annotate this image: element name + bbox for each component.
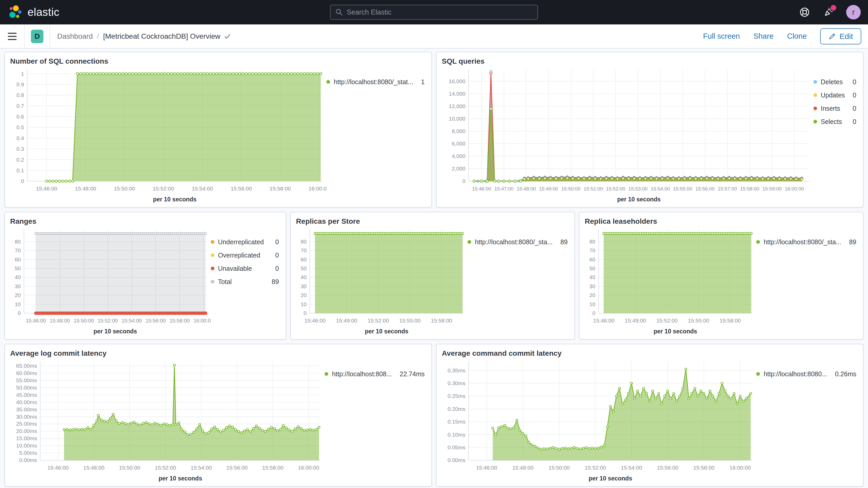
legend-value[interactable]: 89 — [849, 238, 856, 246]
legend-item[interactable]: Overreplicated — [211, 251, 264, 259]
svg-text:15:52:00: 15:52:00 — [368, 317, 389, 324]
legend-value[interactable]: 0 — [272, 265, 279, 272]
elastic-logo-icon — [8, 5, 23, 20]
chart-legend: http://localhost:808...22.74ms — [324, 358, 426, 378]
legend-value[interactable]: 89 — [272, 278, 279, 285]
chart-legend: http://localhost:8080/_stat...1 — [327, 66, 426, 86]
command-commit-latency-chart[interactable]: 0.00ms0.05ms0.10ms0.15ms0.20ms0.25ms0.30… — [442, 358, 756, 483]
sql-connections-chart[interactable]: 00.10.20.30.40.50.60.70.80.9115:46:0015:… — [10, 66, 327, 204]
panel-title[interactable]: Replica leaseholders — [585, 217, 858, 226]
share-button[interactable]: Share — [753, 32, 773, 40]
legend-value[interactable]: 1 — [421, 78, 425, 86]
dashboard-row-1: Number of SQL connections 00.10.20.30.40… — [4, 52, 864, 208]
help-icon[interactable] — [798, 6, 811, 19]
clone-button[interactable]: Clone — [787, 32, 807, 40]
legend-value[interactable]: 0 — [852, 118, 856, 125]
dashboard-actions: Full screen Share Clone Edit — [703, 28, 861, 44]
svg-text:15:53:00: 15:53:00 — [628, 186, 648, 191]
legend-value[interactable]: 22.74ms — [400, 370, 425, 378]
legend-value[interactable]: 0 — [852, 105, 856, 112]
legend-item[interactable]: http://localhost:8080/_sta... — [756, 238, 841, 246]
legend-value[interactable]: 0 — [272, 238, 279, 246]
search-icon — [335, 8, 343, 16]
svg-text:40: 40 — [301, 274, 307, 280]
svg-text:0.3: 0.3 — [17, 146, 24, 152]
panel-title[interactable]: Number of SQL connections — [10, 57, 426, 66]
breadcrumb-dashboard-link[interactable]: Dashboard — [57, 32, 93, 40]
panel-title[interactable]: Ranges — [10, 217, 280, 226]
svg-text:per 10 seconds: per 10 seconds — [94, 328, 137, 335]
legend-item[interactable]: Total — [211, 278, 264, 285]
legend-value[interactable]: 89 — [560, 238, 567, 246]
main-menu-button[interactable] — [0, 24, 25, 48]
svg-text:15:56:00: 15:56:00 — [226, 465, 248, 470]
svg-text:50: 50 — [301, 265, 307, 271]
dashboard-header-bar: D Dashboard / [Metricbeat CockroachDB] O… — [0, 24, 868, 49]
legend-item[interactable]: Inserts — [813, 105, 845, 112]
svg-text:35.00ms: 35.00ms — [16, 406, 37, 412]
svg-text:20: 20 — [301, 292, 307, 298]
legend-series-dot-icon — [211, 240, 214, 244]
user-avatar[interactable]: r — [846, 5, 861, 20]
svg-text:0.1: 0.1 — [17, 167, 24, 173]
full-screen-button[interactable]: Full screen — [703, 32, 740, 40]
svg-text:0: 0 — [18, 310, 21, 316]
global-search[interactable] — [330, 5, 538, 20]
edit-button[interactable]: Edit — [820, 28, 861, 44]
space-switcher[interactable]: D — [25, 24, 50, 48]
panel-sql-queries: SQL queries 02,0004,0006,0008,00010,0001… — [436, 52, 864, 208]
legend-item[interactable]: http://localhost:8080... — [756, 370, 827, 378]
legend-item[interactable]: Unavailable — [211, 265, 264, 272]
svg-text:80: 80 — [301, 238, 307, 244]
panel-title[interactable]: Average log commit latency — [10, 349, 426, 358]
svg-text:per 10 seconds: per 10 seconds — [365, 328, 408, 335]
svg-text:15:52:00: 15:52:00 — [98, 318, 118, 324]
svg-text:15:57:00: 15:57:00 — [718, 186, 737, 191]
svg-text:10.00ms: 10.00ms — [16, 443, 37, 449]
legend-item[interactable]: Deletes — [813, 78, 845, 86]
svg-text:0.00ms: 0.00ms — [19, 457, 37, 463]
legend-series-dot-icon — [756, 240, 760, 244]
svg-text:20.00ms: 20.00ms — [16, 428, 37, 434]
svg-text:0.6: 0.6 — [17, 114, 24, 120]
legend-value[interactable]: 0 — [852, 91, 856, 99]
legend-value[interactable]: 0 — [852, 78, 856, 86]
svg-text:15:58:00: 15:58:00 — [431, 317, 452, 324]
svg-text:0.10ms: 0.10ms — [447, 431, 465, 437]
search-input[interactable] — [347, 8, 533, 17]
sql-queries-chart[interactable]: 02,0004,0006,0008,00010,00012,00014,0001… — [442, 66, 813, 204]
svg-text:16:00:00: 16:00:00 — [308, 186, 327, 191]
log-commit-latency-chart[interactable]: 0.00ms5.00ms10.00ms15.00ms20.00ms25.00ms… — [10, 358, 324, 483]
replicas-per-store-chart[interactable]: 0102030405060708015:46:0015:49:0015:52:0… — [296, 226, 467, 336]
svg-text:40: 40 — [589, 274, 595, 280]
svg-text:0.5: 0.5 — [17, 124, 24, 130]
panel-title[interactable]: Replicas per Store — [296, 217, 569, 226]
legend-series-dot-icon — [324, 372, 328, 376]
svg-text:15:52:00: 15:52:00 — [155, 465, 176, 470]
legend-item[interactable]: http://localhost:8080/_sta... — [467, 238, 553, 246]
dashboard-title[interactable]: [Metricbeat CockroachDB] Overview — [103, 32, 231, 40]
legend-item[interactable]: Updates — [813, 91, 845, 99]
legend-item[interactable]: Selects — [813, 118, 845, 125]
news-feed-icon[interactable] — [822, 6, 835, 19]
svg-text:15:54:00: 15:54:00 — [621, 465, 642, 470]
ranges-chart[interactable]: 0102030405060708015:46:0015:48:0015:50:0… — [10, 226, 211, 336]
svg-text:40: 40 — [15, 274, 21, 280]
svg-text:16:00:00: 16:00:00 — [785, 186, 804, 191]
svg-text:15:58:00: 15:58:00 — [262, 465, 283, 470]
svg-text:0.20ms: 0.20ms — [447, 406, 465, 411]
legend-item[interactable]: Underreplicated — [211, 238, 264, 246]
panel-title[interactable]: SQL queries — [442, 57, 858, 66]
legend-item[interactable]: http://localhost:808... — [324, 370, 392, 378]
legend-item[interactable]: http://localhost:8080/_stat... — [327, 78, 413, 86]
svg-text:15:46:00: 15:46:00 — [47, 465, 69, 470]
legend-series-dot-icon — [211, 280, 214, 283]
panel-title[interactable]: Average command commit latency — [442, 349, 858, 358]
svg-text:30: 30 — [301, 283, 307, 289]
panel-replica-leaseholders: Replica leaseholders 0102030405060708015… — [579, 212, 864, 340]
legend-value[interactable]: 0.26ms — [835, 370, 856, 378]
svg-text:60: 60 — [589, 256, 595, 262]
replica-leaseholders-chart[interactable]: 0102030405060708015:46:0015:49:0015:52:0… — [585, 226, 756, 336]
elastic-home-link[interactable]: elastic — [0, 5, 60, 20]
legend-value[interactable]: 0 — [272, 251, 279, 259]
